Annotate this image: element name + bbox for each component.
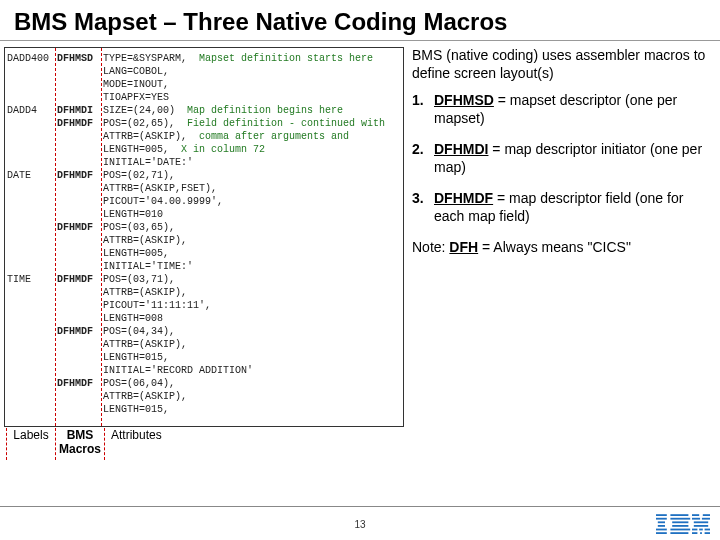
macro-keyword: DFHMSD <box>434 92 494 108</box>
label-attributes: Attributes <box>107 428 167 442</box>
code-line: INITIAL='DATE:' <box>7 156 401 169</box>
svg-rect-21 <box>705 529 710 531</box>
svg-rect-7 <box>670 518 690 520</box>
code-line: DATEDFHMDFPOS=(02,71), <box>7 169 401 182</box>
svg-rect-0 <box>656 514 667 516</box>
code-line: INITIAL='TIME:' <box>7 260 401 273</box>
column-labels: Labels BMS Macros Attributes <box>4 428 167 460</box>
label-labels: Labels <box>9 428 53 442</box>
code-listing: DADD400DFHMSDTYPE=&SYSPARM, Mapset defin… <box>4 47 404 427</box>
code-line: LENGTH=015, <box>7 351 401 364</box>
label-macros: BMS Macros <box>58 428 102 456</box>
svg-rect-3 <box>658 525 665 527</box>
macro-keyword: DFHMDI <box>434 141 488 157</box>
macro-item-1: 1. DFHMSD = mapset descriptor (one per m… <box>412 92 710 127</box>
code-line: MODE=INOUT, <box>7 78 401 91</box>
macro-keyword: DFHMDF <box>434 190 493 206</box>
svg-rect-10 <box>670 529 690 531</box>
page-title: BMS Mapset – Three Native Coding Macros <box>0 0 720 41</box>
svg-rect-22 <box>692 532 697 534</box>
svg-rect-9 <box>672 525 688 527</box>
code-line: DFHMDFPOS=(03,65), <box>7 221 401 234</box>
code-line: LENGTH=005, X in column 72 <box>7 143 401 156</box>
note-rest: = Always means "CICS" <box>478 239 631 255</box>
svg-rect-11 <box>670 532 688 534</box>
code-line: DADD4DFHMDISIZE=(24,00) Map definition b… <box>7 104 401 117</box>
code-line: LANG=COBOL, <box>7 65 401 78</box>
svg-rect-19 <box>692 529 697 531</box>
code-line: LENGTH=010 <box>7 208 401 221</box>
svg-rect-6 <box>670 514 688 516</box>
code-line: DFHMDFPOS=(06,04), <box>7 377 401 390</box>
code-line: DADD400DFHMSDTYPE=&SYSPARM, Mapset defin… <box>7 52 401 65</box>
code-line: LENGTH=015, <box>7 403 401 416</box>
svg-rect-20 <box>699 529 703 531</box>
svg-rect-15 <box>702 518 710 520</box>
code-line: DFHMDFPOS=(02,65), Field definition - co… <box>7 117 401 130</box>
code-line: LENGTH=005, <box>7 247 401 260</box>
svg-rect-13 <box>703 514 710 516</box>
code-line: ATTRB=(ASKIP), <box>7 390 401 403</box>
code-line: ATTRB=(ASKIP), <box>7 234 401 247</box>
svg-rect-12 <box>692 514 699 516</box>
svg-rect-24 <box>705 532 710 534</box>
item-number: 2. <box>412 141 424 159</box>
main-content: DADD400DFHMSDTYPE=&SYSPARM, Mapset defin… <box>0 41 720 427</box>
code-line: TIOAPFX=YES <box>7 91 401 104</box>
svg-rect-17 <box>701 521 708 523</box>
code-line: INITIAL='RECORD ADDITION' <box>7 364 401 377</box>
svg-rect-2 <box>658 521 665 523</box>
svg-rect-5 <box>656 532 667 534</box>
macro-item-2: 2. DFHMDI = map descriptor initiator (on… <box>412 141 710 176</box>
svg-rect-23 <box>700 532 702 534</box>
item-number: 1. <box>412 92 424 110</box>
svg-rect-16 <box>694 521 701 523</box>
code-line: ATTRB=(ASKIP,FSET), <box>7 182 401 195</box>
note-prefix: Note: <box>412 239 449 255</box>
macro-item-3: 3. DFHMDF = map descriptor field (one fo… <box>412 190 710 225</box>
code-line: PICOUT='11:11:11', <box>7 299 401 312</box>
item-number: 3. <box>412 190 424 208</box>
svg-rect-4 <box>656 529 667 531</box>
right-column: BMS (native coding) uses assembler macro… <box>404 41 720 427</box>
note-text: Note: DFH = Always means "CICS" <box>412 239 710 257</box>
svg-rect-8 <box>672 521 688 523</box>
code-line: ATTRB=(ASKIP), <box>7 286 401 299</box>
code-line: DFHMDFPOS=(04,34), <box>7 325 401 338</box>
code-line: ATTRB=(ASKIP), comma after arguments and <box>7 130 401 143</box>
code-line: LENGTH=008 <box>7 312 401 325</box>
intro-text: BMS (native coding) uses assembler macro… <box>412 47 710 82</box>
ibm-logo <box>656 514 710 536</box>
svg-rect-18 <box>694 525 708 527</box>
svg-rect-1 <box>656 518 667 520</box>
page-number: 13 <box>354 519 365 530</box>
code-line: TIMEDFHMDFPOS=(03,71), <box>7 273 401 286</box>
code-line: ATTRB=(ASKIP), <box>7 338 401 351</box>
note-keyword: DFH <box>449 239 478 255</box>
code-line: PICOUT='04.00.9999', <box>7 195 401 208</box>
svg-rect-14 <box>692 518 700 520</box>
